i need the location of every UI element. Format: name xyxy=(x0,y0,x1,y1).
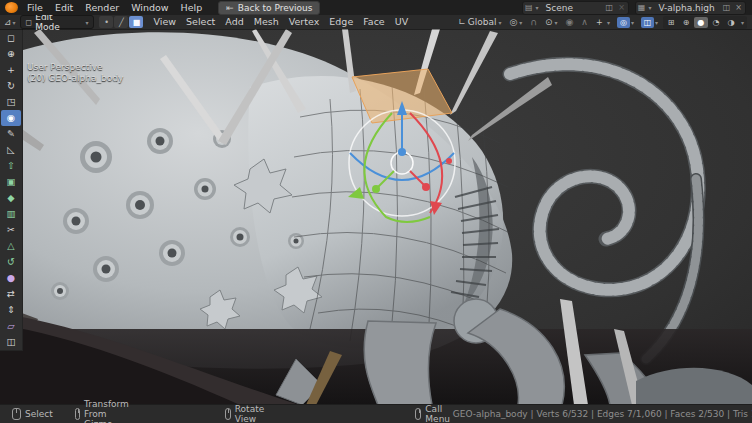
mode-dropdown[interactable]: ◻ Edit Mode ▾ xyxy=(20,15,95,29)
show-gizmo-toggle[interactable]: + ▾ xyxy=(591,16,612,28)
viewport-info-overlay: User Perspective (20) GEO-alpha_body xyxy=(27,62,123,84)
snap-toggle[interactable]: ∩ xyxy=(527,16,540,28)
tool-rip-region[interactable]: ◫ xyxy=(1,334,21,350)
keymap-hint: Transform From Gizmo xyxy=(75,399,133,423)
viewport-menu[interactable]: Add xyxy=(220,15,248,29)
scene-name[interactable]: Scene xyxy=(542,3,602,13)
editor-type-button[interactable]: ⊿ ▾ xyxy=(4,17,16,27)
tool-smooth[interactable]: ● xyxy=(1,270,21,286)
topbar-menu[interactable]: Window xyxy=(125,0,174,15)
tool-cursor[interactable]: ⊕ xyxy=(1,46,21,62)
chevron-down-icon[interactable]: ▾ xyxy=(648,4,651,11)
face-select-button[interactable]: ■ xyxy=(129,16,143,28)
gizmo-icon: + xyxy=(593,17,606,28)
chevron-down-icon: ▾ xyxy=(13,19,16,26)
viewport-menu[interactable]: Face xyxy=(358,15,389,29)
editor-type-icon: ⊿ xyxy=(4,17,12,27)
scene-selector[interactable]: ▤ ▾ Scene ◫ × xyxy=(522,1,629,15)
new-layer-icon[interactable]: ◫ xyxy=(722,3,732,12)
delete-layer-icon[interactable]: × xyxy=(734,3,743,12)
view-layer-selector[interactable]: ▦ ▾ V-alpha.high ◫ × xyxy=(635,1,746,15)
tool-transform[interactable]: ◉ xyxy=(1,110,21,126)
mouse-icon xyxy=(75,408,80,420)
scene-render xyxy=(0,29,752,405)
viewport-menu[interactable]: Vertex xyxy=(284,15,325,29)
view-layer-name[interactable]: V-alpha.high xyxy=(654,3,718,13)
topbar-menu[interactable]: Help xyxy=(175,0,209,15)
top-menu-bar: FileEditRenderWindowHelp ⇤ Back to Previ… xyxy=(0,0,752,15)
viewport-header: ⊿ ▾ ◻ Edit Mode ▾ •╱■ ViewSelectAddMeshV… xyxy=(0,15,752,29)
topbar-menu[interactable]: File xyxy=(21,0,49,15)
tool-loop-cut[interactable]: ▥ xyxy=(1,206,21,222)
show-overlays-toggle[interactable]: ◎ ▾ xyxy=(615,16,636,28)
delete-scene-icon[interactable]: × xyxy=(617,3,626,12)
edge-select-button[interactable]: ╱ xyxy=(114,16,128,28)
chevron-down-icon[interactable]: ▾ xyxy=(607,19,610,26)
object-label: (20) GEO-alpha_body xyxy=(27,73,123,84)
xray-icon: ◫ xyxy=(641,17,654,28)
shading-rendered-button[interactable]: ◑ xyxy=(724,17,738,28)
tool-measure[interactable]: ◺ xyxy=(1,142,21,158)
snap-target-icon: ⊙ xyxy=(545,17,553,27)
keymap-hint: Select xyxy=(12,399,53,423)
keymap-hint: Rotate View xyxy=(225,399,267,423)
topbar-menu[interactable]: Render xyxy=(79,0,125,15)
chevron-down-icon[interactable]: ▾ xyxy=(655,19,658,26)
tool-annotate[interactable]: ✎ xyxy=(1,126,21,142)
vertex-select-button[interactable]: • xyxy=(99,16,113,28)
tool-select-box[interactable]: ◻ xyxy=(1,30,21,46)
chevron-down-icon[interactable]: ▾ xyxy=(536,4,539,11)
gizmo-x-handle[interactable] xyxy=(422,183,430,191)
transform-orientation-dropdown[interactable]: ∟ Global ▾ xyxy=(455,16,504,28)
tool-scale[interactable]: ◳ xyxy=(1,94,21,110)
shading-xray-button[interactable]: ⊞ xyxy=(664,17,678,28)
proportional-editing-toggle[interactable]: ◉ xyxy=(562,16,576,28)
viewport-menu[interactable]: Mesh xyxy=(249,15,284,29)
chevron-down-icon: ▾ xyxy=(519,19,522,26)
overlays-icon: ◎ xyxy=(617,17,630,28)
gizmo-z-handle[interactable] xyxy=(398,148,406,156)
magnet-icon: ∩ xyxy=(530,17,537,27)
chevron-down-icon[interactable]: ▾ xyxy=(739,19,746,26)
xray-toggle[interactable]: ◫ ▾ xyxy=(639,16,660,28)
tool-inset-faces[interactable]: ▣ xyxy=(1,174,21,190)
tool-knife[interactable]: ✂ xyxy=(1,222,21,238)
keymap-hint: Call Menu xyxy=(415,399,453,423)
proportional-editing-icon: ◉ xyxy=(565,17,573,27)
blender-logo-icon[interactable] xyxy=(5,2,18,13)
chevron-down-icon[interactable]: ▾ xyxy=(631,19,634,26)
pivot-point-icon: ◎ xyxy=(509,17,517,27)
tool-spin[interactable]: ↺ xyxy=(1,254,21,270)
viewport-menu[interactable]: UV xyxy=(390,15,413,29)
viewport-menu[interactable]: Select xyxy=(181,15,220,29)
tool-poly-build[interactable]: △ xyxy=(1,238,21,254)
scene-statistics: GEO-alpha_body | Verts 6/532 | Edges 7/1… xyxy=(453,409,752,419)
new-scene-icon[interactable]: ◫ xyxy=(605,3,615,12)
pivot-point-dropdown[interactable]: ◎ ▾ xyxy=(506,16,525,28)
back-to-previous-button[interactable]: ⇤ Back to Previous xyxy=(218,1,320,15)
chevron-down-icon: ▾ xyxy=(85,19,88,26)
tool-shear[interactable]: ▱ xyxy=(1,318,21,334)
gizmo-y-handle[interactable] xyxy=(372,185,380,193)
viewport-shading-group: ⊞ ⊕ ● ◔ ◑ ▾ xyxy=(663,16,747,29)
orientation-icon: ∟ xyxy=(458,17,466,27)
snap-target-dropdown[interactable]: ⊙ ▾ xyxy=(542,16,561,28)
viewport-menu[interactable]: View xyxy=(148,15,181,29)
tool-shrink-fatten[interactable]: ⇕ xyxy=(1,302,21,318)
view-label: User Perspective xyxy=(27,62,123,73)
tool-move[interactable]: + xyxy=(1,62,21,78)
tool-extrude-region[interactable]: ⇧ xyxy=(1,158,21,174)
3d-viewport[interactable]: User Perspective (20) GEO-alpha_body xyxy=(0,29,752,405)
shading-material-button[interactable]: ◔ xyxy=(709,17,723,28)
chevron-down-icon: ▾ xyxy=(498,19,501,26)
topbar-menu[interactable]: Edit xyxy=(49,0,79,15)
tool-edge-slide[interactable]: ⇄ xyxy=(1,286,21,302)
status-bar: Select Transform From Gizmo Rotate View … xyxy=(0,404,752,423)
viewport-menu[interactable]: Edge xyxy=(324,15,358,29)
shading-wireframe-button[interactable]: ⊕ xyxy=(679,17,693,28)
mouse-icon xyxy=(415,408,421,420)
tool-bevel[interactable]: ◆ xyxy=(1,190,21,206)
tool-rotate[interactable]: ↻ xyxy=(1,78,21,94)
shading-solid-button[interactable]: ● xyxy=(694,17,708,28)
proportional-falloff-dropdown[interactable]: ∧ xyxy=(578,16,591,28)
